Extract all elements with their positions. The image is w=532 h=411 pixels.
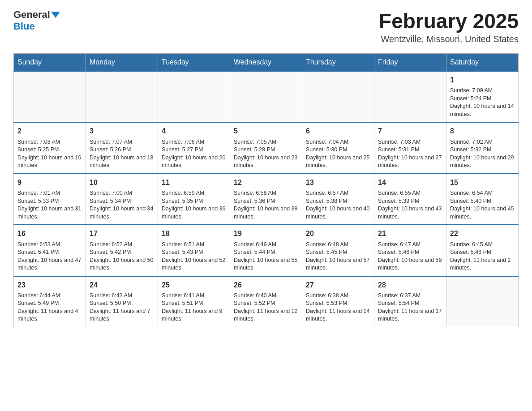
logo-triangle-icon	[51, 12, 60, 18]
day-info: Sunrise: 6:38 AM Sunset: 5:53 PM Dayligh…	[306, 292, 370, 323]
day-number: 18	[162, 229, 226, 239]
day-number: 10	[90, 178, 154, 188]
calendar-cell: 18Sunrise: 6:51 AM Sunset: 5:43 PM Dayli…	[158, 225, 230, 276]
calendar-cell: 5Sunrise: 7:05 AM Sunset: 5:28 PM Daylig…	[230, 122, 302, 173]
day-number: 19	[234, 229, 298, 239]
calendar-header-thursday: Thursday	[302, 54, 374, 72]
day-info: Sunrise: 7:00 AM Sunset: 5:34 PM Dayligh…	[90, 189, 154, 221]
logo: General Blue	[13, 9, 60, 32]
calendar-cell	[446, 276, 519, 327]
calendar-cell: 26Sunrise: 6:40 AM Sunset: 5:52 PM Dayli…	[230, 276, 302, 327]
calendar-header-sunday: Sunday	[14, 54, 86, 72]
day-number: 1	[450, 75, 515, 85]
logo-general-text: General	[13, 9, 50, 21]
day-number: 15	[450, 178, 515, 188]
calendar-cell: 4Sunrise: 7:06 AM Sunset: 5:27 PM Daylig…	[158, 122, 230, 173]
day-number: 9	[17, 178, 82, 188]
day-number: 8	[450, 126, 515, 136]
calendar-cell: 20Sunrise: 6:48 AM Sunset: 5:45 PM Dayli…	[302, 225, 374, 276]
calendar-cell: 27Sunrise: 6:38 AM Sunset: 5:53 PM Dayli…	[302, 276, 374, 327]
day-number: 26	[234, 280, 298, 290]
calendar-cell: 10Sunrise: 7:00 AM Sunset: 5:34 PM Dayli…	[86, 174, 158, 225]
day-number: 23	[17, 280, 82, 290]
day-number: 16	[17, 229, 82, 239]
day-info: Sunrise: 7:03 AM Sunset: 5:31 PM Dayligh…	[378, 138, 442, 170]
day-number: 6	[306, 126, 370, 136]
calendar-cell: 19Sunrise: 6:49 AM Sunset: 5:44 PM Dayli…	[230, 225, 302, 276]
calendar-table: SundayMondayTuesdayWednesdayThursdayFrid…	[13, 53, 519, 327]
day-number: 2	[17, 126, 82, 136]
day-number: 22	[450, 229, 515, 239]
day-info: Sunrise: 6:37 AM Sunset: 5:54 PM Dayligh…	[378, 292, 442, 323]
calendar-cell: 8Sunrise: 7:02 AM Sunset: 5:32 PM Daylig…	[446, 122, 519, 173]
calendar-cell: 25Sunrise: 6:41 AM Sunset: 5:51 PM Dayli…	[158, 276, 230, 327]
calendar-cell	[158, 71, 230, 122]
day-info: Sunrise: 6:53 AM Sunset: 5:41 PM Dayligh…	[17, 241, 82, 272]
calendar-cell: 12Sunrise: 6:58 AM Sunset: 5:36 PM Dayli…	[230, 174, 302, 225]
day-info: Sunrise: 6:58 AM Sunset: 5:36 PM Dayligh…	[234, 189, 298, 221]
day-info: Sunrise: 7:08 AM Sunset: 5:25 PM Dayligh…	[17, 138, 82, 170]
day-number: 11	[162, 178, 226, 188]
calendar-week-row: 16Sunrise: 6:53 AM Sunset: 5:41 PM Dayli…	[14, 225, 519, 276]
calendar-cell	[86, 71, 158, 122]
calendar-cell: 16Sunrise: 6:53 AM Sunset: 5:41 PM Dayli…	[14, 225, 86, 276]
day-number: 14	[378, 178, 442, 188]
day-number: 7	[378, 126, 442, 136]
day-info: Sunrise: 7:02 AM Sunset: 5:32 PM Dayligh…	[450, 138, 515, 170]
day-info: Sunrise: 6:52 AM Sunset: 5:42 PM Dayligh…	[90, 241, 154, 272]
calendar-header-tuesday: Tuesday	[158, 54, 230, 72]
calendar-cell: 7Sunrise: 7:03 AM Sunset: 5:31 PM Daylig…	[374, 122, 446, 173]
calendar-header-wednesday: Wednesday	[230, 54, 302, 72]
calendar-cell: 14Sunrise: 6:55 AM Sunset: 5:39 PM Dayli…	[374, 174, 446, 225]
calendar-cell: 15Sunrise: 6:54 AM Sunset: 5:40 PM Dayli…	[446, 174, 519, 225]
calendar-week-row: 9Sunrise: 7:01 AM Sunset: 5:33 PM Daylig…	[14, 174, 519, 225]
day-number: 20	[306, 229, 370, 239]
day-info: Sunrise: 6:59 AM Sunset: 5:35 PM Dayligh…	[162, 189, 226, 221]
calendar-cell: 3Sunrise: 7:07 AM Sunset: 5:26 PM Daylig…	[86, 122, 158, 173]
day-number: 12	[234, 178, 298, 188]
day-info: Sunrise: 6:49 AM Sunset: 5:44 PM Dayligh…	[234, 241, 298, 272]
day-info: Sunrise: 6:57 AM Sunset: 5:38 PM Dayligh…	[306, 189, 370, 221]
day-number: 3	[90, 126, 154, 136]
day-info: Sunrise: 6:43 AM Sunset: 5:50 PM Dayligh…	[90, 292, 154, 323]
calendar-cell	[302, 71, 374, 122]
calendar-cell	[230, 71, 302, 122]
svg-marker-0	[51, 12, 60, 18]
page-header: General Blue February 2025 Wentzville, M…	[13, 9, 519, 44]
calendar-cell: 23Sunrise: 6:44 AM Sunset: 5:49 PM Dayli…	[14, 276, 86, 327]
day-number: 21	[378, 229, 442, 239]
calendar-cell	[14, 71, 86, 122]
day-number: 4	[162, 126, 226, 136]
month-title: February 2025	[379, 9, 519, 33]
day-info: Sunrise: 6:41 AM Sunset: 5:51 PM Dayligh…	[162, 292, 226, 323]
calendar-cell: 1Sunrise: 7:09 AM Sunset: 5:24 PM Daylig…	[446, 71, 519, 122]
day-info: Sunrise: 6:40 AM Sunset: 5:52 PM Dayligh…	[234, 292, 298, 323]
day-info: Sunrise: 6:44 AM Sunset: 5:49 PM Dayligh…	[17, 292, 82, 323]
day-info: Sunrise: 7:06 AM Sunset: 5:27 PM Dayligh…	[162, 138, 226, 170]
calendar-header-friday: Friday	[374, 54, 446, 72]
calendar-cell: 21Sunrise: 6:47 AM Sunset: 5:46 PM Dayli…	[374, 225, 446, 276]
day-info: Sunrise: 6:45 AM Sunset: 5:48 PM Dayligh…	[450, 241, 515, 272]
day-info: Sunrise: 6:55 AM Sunset: 5:39 PM Dayligh…	[378, 189, 442, 221]
day-info: Sunrise: 7:07 AM Sunset: 5:26 PM Dayligh…	[90, 138, 154, 170]
day-number: 5	[234, 126, 298, 136]
day-info: Sunrise: 7:04 AM Sunset: 5:30 PM Dayligh…	[306, 138, 370, 170]
day-number: 27	[306, 280, 370, 290]
location-title: Wentzville, Missouri, United States	[379, 34, 519, 44]
calendar-cell: 2Sunrise: 7:08 AM Sunset: 5:25 PM Daylig…	[14, 122, 86, 173]
day-info: Sunrise: 7:01 AM Sunset: 5:33 PM Dayligh…	[17, 189, 82, 221]
title-section: February 2025 Wentzville, Missouri, Unit…	[379, 9, 519, 44]
calendar-week-row: 23Sunrise: 6:44 AM Sunset: 5:49 PM Dayli…	[14, 276, 519, 327]
day-number: 25	[162, 280, 226, 290]
day-info: Sunrise: 7:05 AM Sunset: 5:28 PM Dayligh…	[234, 138, 298, 170]
day-number: 28	[378, 280, 442, 290]
day-info: Sunrise: 6:48 AM Sunset: 5:45 PM Dayligh…	[306, 241, 370, 272]
day-info: Sunrise: 6:47 AM Sunset: 5:46 PM Dayligh…	[378, 241, 442, 272]
calendar-header-row: SundayMondayTuesdayWednesdayThursdayFrid…	[14, 54, 519, 72]
day-info: Sunrise: 7:09 AM Sunset: 5:24 PM Dayligh…	[450, 87, 515, 118]
day-info: Sunrise: 6:54 AM Sunset: 5:40 PM Dayligh…	[450, 189, 515, 221]
calendar-cell: 28Sunrise: 6:37 AM Sunset: 5:54 PM Dayli…	[374, 276, 446, 327]
calendar-cell: 6Sunrise: 7:04 AM Sunset: 5:30 PM Daylig…	[302, 122, 374, 173]
calendar-week-row: 2Sunrise: 7:08 AM Sunset: 5:25 PM Daylig…	[14, 122, 519, 173]
calendar-header-saturday: Saturday	[446, 54, 519, 72]
